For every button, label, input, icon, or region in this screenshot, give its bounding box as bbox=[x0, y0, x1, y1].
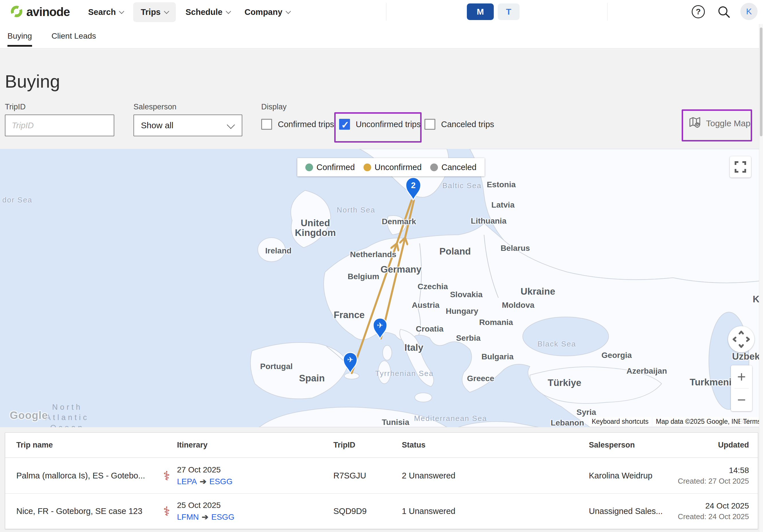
google-logo[interactable]: Google bbox=[10, 409, 48, 421]
tab-client-leads[interactable]: Client Leads bbox=[52, 24, 96, 49]
salesperson: Karolina Weidrup bbox=[589, 471, 675, 480]
map-country-label: Denmark bbox=[382, 217, 416, 226]
map-country-label: Serbia bbox=[456, 334, 481, 343]
salesperson-select[interactable]: Show all bbox=[134, 115, 242, 136]
table-row[interactable]: Nice, FR - Goteborg, SE case 123 ⚕ 25 Oc… bbox=[5, 493, 758, 529]
map-country-label: Greece bbox=[467, 374, 494, 383]
itinerary-date: 25 Oct 2025 bbox=[177, 501, 333, 510]
map-country-label: Austria bbox=[412, 301, 439, 310]
map-legend: Confirmed Unconfirmed Canceled bbox=[297, 158, 485, 176]
map-country-label: Uzbekis bbox=[732, 351, 763, 362]
map-country-label: Lithuania bbox=[471, 216, 506, 226]
airport-link-from[interactable]: LEPA bbox=[177, 477, 197, 486]
map-country-label: Belgium bbox=[348, 272, 379, 281]
map-sea-label: dor Sea bbox=[2, 196, 32, 204]
trips-table: Trip name Itinerary TripID Status Salesp… bbox=[5, 432, 758, 529]
map-country-label: Syria bbox=[577, 408, 596, 417]
salesperson: Unassigned Sales... bbox=[589, 506, 675, 516]
avatar[interactable]: K bbox=[740, 3, 758, 20]
pan-control[interactable] bbox=[728, 326, 754, 353]
map-country-label: Portugal bbox=[260, 362, 293, 371]
nav-item-search[interactable]: Search bbox=[88, 7, 124, 17]
display-label: Display bbox=[261, 102, 287, 111]
itinerary-cell: 25 Oct 2025 LFMN➔ESGG bbox=[177, 501, 333, 522]
updated-cell: 24 Oct 2025 Created: 24 Oct 2025 bbox=[675, 501, 749, 521]
airport-link-to[interactable]: ESGG bbox=[211, 512, 235, 521]
map-country-label: Poland bbox=[439, 246, 471, 257]
trips-mode-button[interactable]: T bbox=[498, 3, 519, 20]
trip-id: SQD9D9 bbox=[333, 506, 402, 516]
map-geography: ✈ ✈ 2 bbox=[0, 149, 763, 427]
marketplace-mode-button[interactable]: M bbox=[467, 3, 494, 20]
map-country-label: Turkmenis bbox=[690, 377, 737, 388]
map-country-label: Czechia bbox=[418, 282, 448, 291]
table-row[interactable]: Palma (mallorca Is), ES - Gotebo... ⚕ 27… bbox=[5, 458, 758, 493]
unconfirmed-trips-label: Unconfirmed trips bbox=[356, 120, 421, 129]
cluster-count: 2 bbox=[411, 181, 416, 190]
col-header-updated: Updated bbox=[675, 441, 749, 450]
legend-item-canceled: Canceled bbox=[430, 162, 477, 172]
map-country-label: Croatia bbox=[416, 324, 443, 334]
col-header-status: Status bbox=[402, 441, 589, 450]
canceled-trips-checkbox[interactable] bbox=[424, 119, 435, 130]
col-header-itinerary: Itinerary bbox=[177, 441, 333, 450]
help-icon[interactable]: ? bbox=[692, 5, 705, 18]
canceled-trips-checkbox-row[interactable]: Canceled trips bbox=[424, 119, 494, 130]
map-country-label: Netherlands bbox=[350, 250, 396, 259]
updated-time: 14:58 bbox=[675, 466, 749, 475]
map-country-label: Germany bbox=[381, 264, 421, 275]
map-country-label: United Kingdom bbox=[292, 218, 338, 238]
confirmed-trips-checkbox-row[interactable]: Confirmed trips bbox=[261, 119, 334, 130]
map-country-label: Bulgaria bbox=[482, 352, 513, 361]
unconfirmed-trips-checkbox-row[interactable]: Unconfirmed trips bbox=[339, 119, 421, 130]
avinode-logo[interactable]: avinode bbox=[10, 5, 70, 20]
airport-link-from[interactable]: LFMN bbox=[177, 512, 199, 521]
zoom-out-button[interactable]: − bbox=[731, 388, 752, 411]
salesperson-label: Salesperson bbox=[134, 102, 176, 111]
map-country-label: Lebanon bbox=[551, 418, 584, 427]
map-country-label: Azerbaijan bbox=[626, 367, 667, 376]
scrollbar[interactable] bbox=[759, 24, 763, 532]
map-sea-label: Tyrrhenian Sea bbox=[375, 369, 434, 378]
chevron-down-icon bbox=[285, 9, 291, 14]
unconfirmed-trips-checkbox[interactable] bbox=[339, 119, 350, 130]
map-data-attribution: Map data ©2025 Google, INEGI bbox=[653, 417, 752, 426]
map-country-label: Romania bbox=[479, 318, 513, 327]
route-arrow-icon: ➔ bbox=[202, 512, 208, 521]
itinerary-date: 27 Oct 2025 bbox=[177, 465, 333, 475]
zoom-control: + − bbox=[731, 366, 752, 411]
toggle-map-button[interactable]: Toggle Map bbox=[688, 116, 750, 131]
chevron-down-icon bbox=[119, 9, 124, 14]
updated-cell: 14:58 Created: 27 Oct 2025 bbox=[675, 466, 749, 485]
confirmed-trips-label: Confirmed trips bbox=[278, 120, 334, 129]
search-icon[interactable] bbox=[716, 4, 732, 21]
page-title: Buying bbox=[5, 71, 60, 92]
map-canvas[interactable]: ✈ ✈ 2 Estonia Latvia Lithuania Denmark U… bbox=[0, 149, 763, 427]
map-country-label: Italy bbox=[404, 342, 423, 353]
medevac-icon: ⚕ bbox=[157, 504, 177, 519]
created-date: Created: 27 Oct 2025 bbox=[675, 477, 749, 485]
tab-buying[interactable]: Buying bbox=[7, 24, 32, 49]
status: 1 Unanswered bbox=[402, 506, 589, 516]
nav-item-company[interactable]: Company bbox=[245, 7, 290, 17]
updated-time: 24 Oct 2025 bbox=[675, 501, 749, 510]
keyboard-shortcuts-link[interactable]: Keyboard shortcuts bbox=[589, 417, 651, 426]
map-sea-label: Baltic Sea bbox=[442, 181, 482, 190]
plane-icon: ✈ bbox=[377, 321, 383, 330]
canceled-trips-label: Canceled trips bbox=[441, 120, 494, 129]
zoom-in-button[interactable]: + bbox=[731, 366, 752, 388]
map-pin-nice[interactable]: ✈ bbox=[373, 318, 387, 339]
chevron-down-icon bbox=[226, 9, 231, 14]
nav-item-schedule[interactable]: Schedule bbox=[185, 7, 230, 17]
scrollbar-thumb[interactable] bbox=[760, 28, 762, 136]
nav-item-trips[interactable]: Trips bbox=[133, 2, 175, 22]
fullscreen-button[interactable] bbox=[730, 156, 751, 177]
tripid-input[interactable] bbox=[5, 115, 114, 136]
col-header-trip-name: Trip name bbox=[16, 441, 157, 450]
trip-name: Nice, FR - Goteborg, SE case 123 bbox=[16, 506, 157, 516]
tripid-label: TripID bbox=[5, 102, 26, 111]
airport-link-to[interactable]: ESGG bbox=[209, 477, 233, 486]
brand-wordmark: avinode bbox=[26, 5, 70, 19]
confirmed-trips-checkbox[interactable] bbox=[261, 119, 272, 130]
itinerary-cell: 27 Oct 2025 LEPA➔ESGG bbox=[177, 465, 333, 486]
